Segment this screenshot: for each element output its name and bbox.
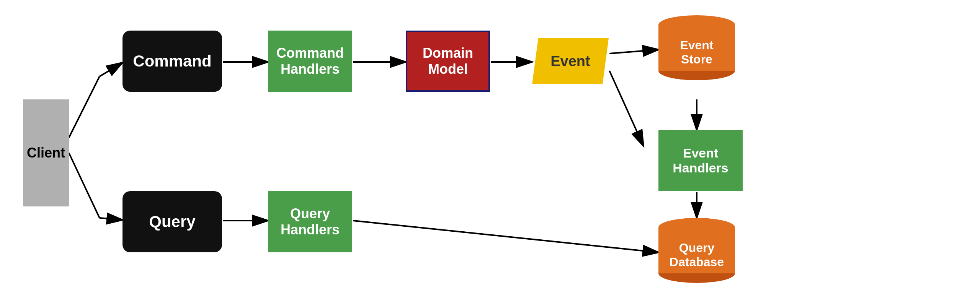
svg-line-4 — [100, 218, 122, 220]
svg-line-3 — [69, 153, 100, 218]
event-store-cylinder: EventStore — [658, 15, 735, 80]
diagram-container: Client Command Query CommandHandlers Dom… — [0, 0, 980, 307]
command-handlers-box: CommandHandlers — [268, 31, 352, 92]
domain-model-box: DomainModel — [406, 31, 490, 92]
client-label: Client — [27, 145, 65, 161]
domain-model-label: DomainModel — [423, 45, 473, 77]
svg-line-1 — [69, 76, 100, 138]
query-label: Query — [149, 213, 195, 231]
query-cyl-top — [658, 218, 735, 237]
query-handlers-box: QueryHandlers — [268, 191, 352, 252]
client-box: Client — [23, 99, 69, 206]
event-store-container: EventStore — [658, 15, 735, 80]
svg-line-13 — [353, 221, 658, 252]
command-box: Command — [122, 31, 222, 92]
query-handlers-label: QueryHandlers — [281, 206, 340, 238]
command-label: Command — [133, 52, 211, 70]
cylinder-top — [658, 15, 735, 34]
event-label: Event — [550, 53, 590, 70]
command-handlers-label: CommandHandlers — [276, 45, 344, 77]
event-handlers-box: EventHandlers — [658, 130, 743, 191]
event-store-label: EventStore — [658, 38, 735, 67]
query-db-label: QueryDatabase — [658, 241, 735, 269]
query-db-container: QueryDatabase — [658, 218, 735, 283]
svg-line-2 — [100, 63, 122, 76]
svg-line-8 — [609, 50, 658, 54]
svg-line-9 — [609, 71, 643, 145]
query-box: Query — [122, 191, 222, 252]
event-handlers-label: EventHandlers — [673, 146, 728, 175]
query-db-cylinder: QueryDatabase — [658, 218, 735, 283]
event-shape: Event — [532, 38, 609, 84]
